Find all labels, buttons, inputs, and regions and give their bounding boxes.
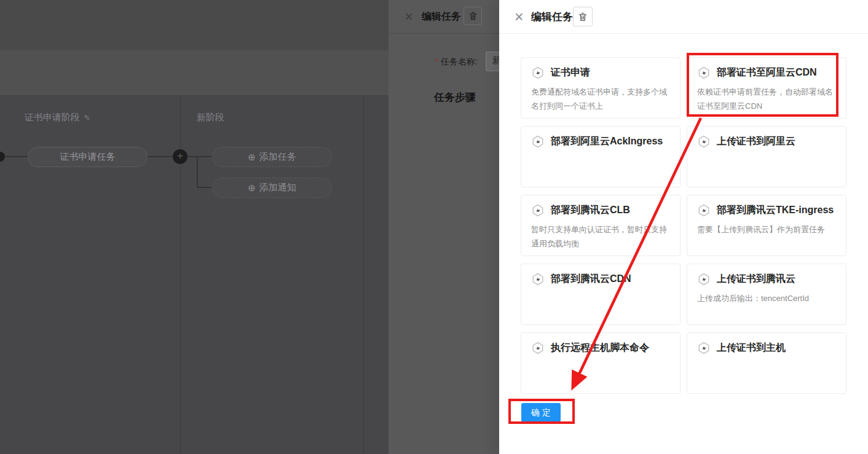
add-task-button[interactable]: ⊕ 添加任务 xyxy=(212,147,332,167)
task-type-card-grid: 证书申请 免费通配符域名证书申请，支持多个域名打到同一个证书上 部署证书至阿里云… xyxy=(521,57,846,394)
task-hexagon-icon xyxy=(531,341,545,355)
task-steps-heading: 任务步骤 xyxy=(434,90,476,104)
task-card[interactable]: 执行远程主机脚本命令 xyxy=(521,332,681,394)
task-hexagon-icon xyxy=(697,272,711,286)
task-name-label: *任务名称: xyxy=(435,57,478,68)
task-hexagon-icon xyxy=(697,341,711,355)
task-card-title: 执行远程主机脚本命令 xyxy=(551,342,649,354)
connector-line xyxy=(197,156,198,187)
app-root: 证书申请阶段✎ 证书申请任务 + 新阶段 ⊕ 添加任务 ⊕ xyxy=(0,0,868,454)
task-hexagon-icon xyxy=(531,203,545,217)
task-card-title: 上传证书到腾讯云 xyxy=(717,273,795,286)
task-card[interactable]: 上传证书到主机 xyxy=(687,332,846,394)
task-card-title: 部署到腾讯云CDN xyxy=(551,273,631,286)
task-hexagon-icon xyxy=(697,66,711,80)
task-card-title: 上传证书到主机 xyxy=(717,342,786,354)
task-card[interactable]: 上传证书到腾讯云 上传成功后输出：tencentCertId xyxy=(687,264,846,325)
task-card[interactable]: 证书申请 免费通配符域名证书申请，支持多个域名打到同一个证书上 xyxy=(521,57,681,119)
edit-task-drawer: × 编辑任务 证书申请 免费通配符域名证书申请，支持多个域名打到同一个证书上 部… xyxy=(499,0,868,454)
stage2-title: 新阶段 xyxy=(197,112,224,123)
add-notification-button[interactable]: ⊕ 添加通知 xyxy=(212,178,332,198)
task-card[interactable]: 上传证书到阿里云 xyxy=(687,126,846,187)
task-card-title: 部署到腾讯云CLB xyxy=(551,204,630,217)
edit-task-drawer-dimmed: × 编辑任务 *任务名称: 新 任务步骤 xyxy=(389,0,499,454)
task-card-desc: 暂时只支持单向认证证书，暂时只支持通用负载均衡 xyxy=(531,223,670,251)
task-hexagon-icon xyxy=(697,135,711,149)
pipeline-canvas: 证书申请阶段✎ 证书申请任务 + 新阶段 ⊕ 添加任务 ⊕ xyxy=(0,96,389,454)
task-pill-cert-request[interactable]: 证书申请任务 xyxy=(28,147,148,167)
close-icon[interactable]: × xyxy=(515,7,524,26)
task-hexagon-icon xyxy=(531,272,545,286)
task-card-title: 部署到阿里云AckIngress xyxy=(551,135,663,148)
connector-line xyxy=(5,156,28,157)
dimmed-background-page: 证书申请阶段✎ 证书申请任务 + 新阶段 ⊕ 添加任务 ⊕ xyxy=(0,0,389,454)
stage-divider xyxy=(363,96,364,454)
task-hexagon-icon xyxy=(697,203,711,217)
task-card-desc: 需要【上传到腾讯云】作为前置任务 xyxy=(697,223,836,237)
trash-icon xyxy=(578,12,588,22)
task-card-desc: 免费通配符域名证书申请，支持多个域名打到同一个证书上 xyxy=(531,85,670,114)
trash-icon xyxy=(468,11,478,21)
task-card-highlighted[interactable]: 部署证书至阿里云CDN 依赖证书申请前置任务，自动部署域名证书至阿里云CDN xyxy=(687,57,846,119)
task-card[interactable]: 部署到阿里云AckIngress xyxy=(521,126,681,187)
mid-drawer-title: 编辑任务 xyxy=(422,10,461,23)
pipeline-start-node xyxy=(0,152,5,162)
delete-task-button[interactable] xyxy=(464,7,482,25)
task-card-title: 上传证书到阿里云 xyxy=(717,135,795,148)
page-top-header xyxy=(0,0,389,50)
drawer-header: × 编辑任务 xyxy=(499,0,868,34)
add-stage-plus-button[interactable]: + xyxy=(173,149,187,164)
delete-task-button[interactable] xyxy=(573,7,593,26)
plus-circle-icon: ⊕ xyxy=(248,182,256,194)
mid-drawer-header: × 编辑任务 xyxy=(389,0,499,34)
close-icon[interactable]: × xyxy=(404,7,413,26)
task-card-title: 部署到腾讯云TKE-ingress xyxy=(717,204,834,217)
connector-line xyxy=(148,156,173,157)
drawer-title: 编辑任务 xyxy=(531,10,573,24)
task-card-desc: 上传成功后输出：tencentCertId xyxy=(697,292,836,306)
task-hexagon-icon xyxy=(531,135,545,149)
connector-line xyxy=(197,187,212,188)
page-toolbar xyxy=(0,50,389,96)
task-hexagon-icon xyxy=(531,66,545,80)
task-card[interactable]: 部署到腾讯云CDN xyxy=(521,264,681,325)
task-card[interactable]: 部署到腾讯云TKE-ingress 需要【上传到腾讯云】作为前置任务 xyxy=(687,195,846,256)
stage1-title: 证书申请阶段✎ xyxy=(25,112,90,123)
task-card-title: 证书申请 xyxy=(551,66,590,79)
confirm-button[interactable]: 确 定 xyxy=(521,403,561,422)
connector-line xyxy=(187,156,212,157)
task-card-desc: 依赖证书申请前置任务，自动部署域名证书至阿里云CDN xyxy=(697,85,836,114)
task-card[interactable]: 部署到腾讯云CLB 暂时只支持单向认证证书，暂时只支持通用负载均衡 xyxy=(521,195,681,256)
plus-circle-icon: ⊕ xyxy=(248,152,256,163)
required-asterisk: * xyxy=(435,57,438,66)
edit-pencil-icon[interactable]: ✎ xyxy=(84,113,90,122)
task-card-title: 部署证书至阿里云CDN xyxy=(717,66,817,79)
